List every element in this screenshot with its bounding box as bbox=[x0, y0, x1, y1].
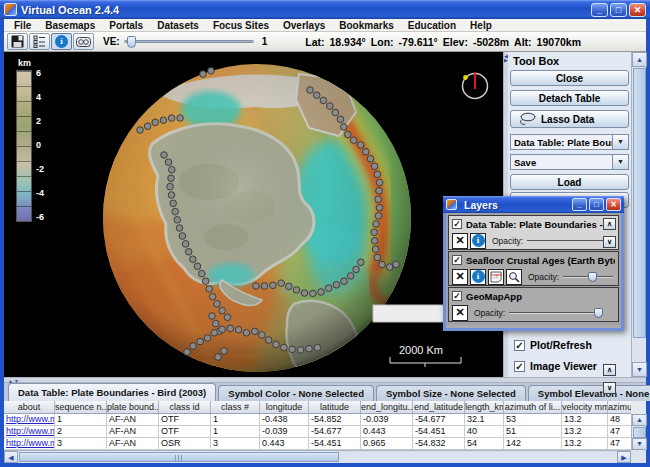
plate-boundary-dot[interactable] bbox=[341, 124, 348, 131]
plate-boundary-dot[interactable] bbox=[353, 266, 360, 273]
tab-0[interactable]: Data Table: Plate Boundaries - Bird (200… bbox=[8, 383, 216, 401]
plate-boundary-dot[interactable] bbox=[270, 282, 277, 289]
opacity-slider-thumb[interactable] bbox=[594, 308, 603, 318]
plate-boundary-dot[interactable] bbox=[219, 326, 226, 333]
plate-boundary-dot[interactable] bbox=[375, 196, 382, 203]
plate-boundary-dot[interactable] bbox=[252, 328, 259, 335]
layer-remove-button[interactable]: ✕ bbox=[452, 305, 468, 321]
plate-boundary-dot[interactable] bbox=[194, 263, 201, 270]
layer-info-button[interactable]: i bbox=[470, 269, 486, 285]
data-table-combo[interactable]: Data Table: Plate Boundar... ▼ bbox=[510, 134, 629, 150]
layer-move-down-button[interactable]: ∨ bbox=[603, 236, 616, 248]
plate-boundary-dot[interactable] bbox=[306, 345, 313, 352]
plate-boundary-dot[interactable] bbox=[144, 123, 151, 130]
plate-boundary-dot[interactable] bbox=[261, 283, 268, 290]
plate-boundary-dot[interactable] bbox=[253, 283, 260, 290]
plot-refresh-checkbox[interactable]: ✓ bbox=[514, 340, 525, 351]
opacity-slider-thumb[interactable] bbox=[588, 272, 597, 282]
plate-boundary-dot[interactable] bbox=[209, 293, 216, 300]
plate-boundary-dot[interactable] bbox=[160, 117, 167, 124]
chevron-down-icon[interactable]: ▼ bbox=[612, 155, 628, 169]
plate-boundary-dot[interactable] bbox=[281, 344, 288, 351]
layers-panel-button[interactable] bbox=[29, 33, 50, 50]
scroll-left-icon[interactable]: ◀ bbox=[4, 451, 18, 463]
about-link[interactable]: http://www.ma bbox=[4, 414, 55, 425]
scroll-right-icon[interactable]: ▶ bbox=[617, 451, 631, 463]
plate-boundary-dot[interactable] bbox=[345, 131, 352, 138]
column-header[interactable]: end_longitu... bbox=[361, 401, 413, 413]
plate-boundary-dot[interactable] bbox=[286, 283, 293, 290]
plate-boundary-dot[interactable] bbox=[341, 278, 348, 285]
layer-visibility-checkbox[interactable]: ✓ bbox=[452, 219, 462, 229]
plate-boundary-dot[interactable] bbox=[182, 241, 189, 248]
layer-legend-button[interactable]: Legend bbox=[488, 269, 504, 285]
plate-boundary-dot[interactable] bbox=[215, 354, 222, 361]
plate-boundary-dot[interactable] bbox=[376, 188, 383, 195]
plate-boundary-dot[interactable] bbox=[374, 254, 381, 261]
image-viewer-checkbox[interactable]: ✓ bbox=[514, 361, 525, 372]
close-button[interactable]: ✕ bbox=[629, 3, 646, 17]
plate-boundary-dot[interactable] bbox=[371, 229, 378, 236]
column-header[interactable]: plate bound... bbox=[107, 401, 159, 413]
layer-zoom-button[interactable] bbox=[506, 269, 522, 285]
column-header[interactable]: sequence n... bbox=[55, 401, 107, 413]
column-header[interactable]: end_latitude bbox=[413, 401, 465, 413]
menu-portals[interactable]: Portals bbox=[103, 20, 149, 31]
plate-boundary-dot[interactable] bbox=[350, 137, 357, 144]
plate-boundary-dot[interactable] bbox=[211, 330, 218, 337]
compass-icon[interactable] bbox=[463, 72, 488, 99]
plate-boundary-dot[interactable] bbox=[265, 337, 272, 344]
layer-move-up-button[interactable]: ∧ bbox=[603, 364, 616, 376]
plate-boundary-dot[interactable] bbox=[168, 115, 175, 122]
plate-boundary-dot[interactable] bbox=[137, 127, 144, 134]
table-row[interactable]: http://www.ma2AF-ANOTF1-0.039-54.6770.44… bbox=[4, 426, 631, 438]
plate-boundary-dot[interactable] bbox=[204, 335, 211, 342]
layer-visibility-checkbox[interactable]: ✓ bbox=[452, 291, 462, 301]
plate-boundary-dot[interactable] bbox=[169, 166, 176, 173]
maximize-button[interactable]: □ bbox=[610, 3, 627, 17]
plate-boundary-dot[interactable] bbox=[318, 289, 325, 296]
plate-boundary-dot[interactable] bbox=[313, 92, 320, 99]
plate-boundary-dot[interactable] bbox=[337, 116, 344, 123]
minimize-button[interactable]: _ bbox=[591, 3, 608, 17]
plot-refresh-row[interactable]: ✓ Plot/Refresh bbox=[514, 339, 592, 351]
opacity-slider[interactable] bbox=[527, 236, 615, 246]
plate-boundary-dot[interactable] bbox=[333, 282, 340, 289]
plate-boundary-dot[interactable] bbox=[165, 159, 172, 166]
scrollbar-thumb[interactable] bbox=[633, 68, 646, 338]
plate-boundary-dot[interactable] bbox=[227, 325, 234, 332]
toolbox-scrollbar[interactable]: ▲ ▼ bbox=[631, 52, 646, 377]
layer-move-down-button[interactable]: ∨ bbox=[603, 382, 616, 394]
plate-boundary-dot[interactable] bbox=[363, 149, 370, 156]
menu-education[interactable]: Education bbox=[402, 20, 462, 31]
plate-boundary-dot[interactable] bbox=[167, 183, 174, 190]
plate-boundary-dot[interactable] bbox=[393, 261, 400, 268]
column-header[interactable]: azimu... bbox=[608, 401, 631, 413]
opacity-slider[interactable] bbox=[563, 272, 615, 282]
plate-boundary-dot[interactable] bbox=[373, 221, 380, 228]
plate-boundary-dot[interactable] bbox=[327, 103, 334, 110]
plate-boundary-dot[interactable] bbox=[152, 119, 159, 126]
plate-boundary-dot[interactable] bbox=[371, 238, 378, 245]
menu-bookmarks[interactable]: Bookmarks bbox=[333, 20, 399, 31]
plate-boundary-dot[interactable] bbox=[259, 332, 266, 339]
tab-2[interactable]: Symbol Size - None Selected bbox=[376, 385, 526, 401]
layers-close-button[interactable]: ✕ bbox=[606, 198, 621, 211]
layers-minimize-button[interactable]: _ bbox=[572, 198, 587, 211]
plate-boundary-dot[interactable] bbox=[184, 349, 191, 356]
column-header[interactable]: longitude bbox=[260, 401, 309, 413]
scrollbar-thumb[interactable] bbox=[19, 452, 339, 462]
plate-boundary-dot[interactable] bbox=[221, 348, 228, 355]
plate-boundary-dot[interactable] bbox=[278, 280, 285, 287]
plate-boundary-dot[interactable] bbox=[170, 200, 177, 207]
column-header[interactable]: latitude bbox=[309, 401, 361, 413]
plate-boundary-dot[interactable] bbox=[177, 115, 184, 122]
plate-boundary-dot[interactable] bbox=[200, 71, 207, 78]
layer-info-button[interactable]: i bbox=[470, 233, 486, 249]
menu-datasets[interactable]: Datasets bbox=[151, 20, 205, 31]
column-header[interactable]: class # bbox=[211, 401, 260, 413]
layer-remove-button[interactable]: ✕ bbox=[452, 269, 468, 285]
plate-boundary-dot[interactable] bbox=[372, 246, 379, 253]
plate-boundary-dot[interactable] bbox=[172, 208, 179, 215]
plate-boundary-dot[interactable] bbox=[174, 217, 181, 224]
